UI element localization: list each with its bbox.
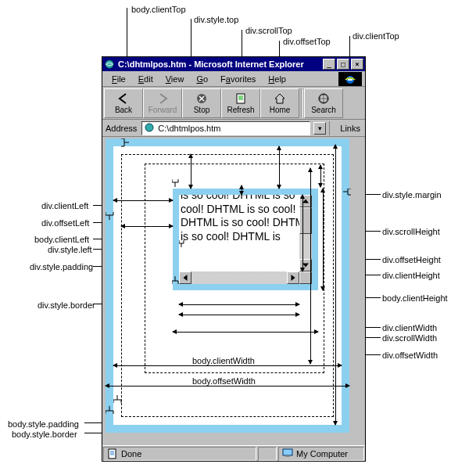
- dim-div-clientHeight: [302, 195, 303, 271]
- label-body-clientWidth: body.clientWidth: [192, 356, 255, 365]
- dim-body-clientHeight: [335, 145, 336, 425]
- statusbar: Done My Computer: [102, 445, 365, 461]
- label-div-clientTop: div.clientTop: [353, 31, 399, 41]
- label-body-offsetWidth: body.offsetWidth: [192, 376, 256, 386]
- dim-div-scrollHeight: [310, 168, 311, 364]
- bracket-div-clientLeft: [172, 179, 181, 189]
- label-div-offsetWidth: div.offsetWidth: [382, 351, 438, 360]
- svg-rect-9: [283, 449, 292, 455]
- toolbar-label: Search: [311, 106, 336, 114]
- dim-div-offsetLeft: [113, 200, 173, 201]
- toolbar-separator: [301, 89, 302, 117]
- address-input[interactable]: C:\dhtmlpos.htm: [141, 121, 310, 135]
- menu-edit[interactable]: Edit: [132, 73, 159, 85]
- maximize-button[interactable]: □: [337, 59, 349, 70]
- links-label[interactable]: Links: [337, 124, 363, 133]
- ie-page-icon: [104, 59, 115, 70]
- label-body-style-border: body.style.border: [12, 430, 77, 439]
- chevron-up-icon: [302, 200, 309, 203]
- refresh-icon: [234, 92, 247, 106]
- label-div-style-left: div.style.left: [48, 245, 92, 254]
- menu-file[interactable]: File: [106, 73, 132, 85]
- dim-div-offsetTop: [279, 146, 280, 189]
- toolbar: Back Forward Stop Refresh Home Search: [102, 87, 365, 120]
- label-div-style-padding: div.style.padding: [30, 262, 93, 271]
- chevron-left-icon: [184, 275, 188, 281]
- address-dropdown-button[interactable]: ▾: [313, 122, 326, 135]
- svg-rect-10: [285, 455, 290, 457]
- stop-button[interactable]: Stop: [182, 88, 221, 118]
- address-label: Address: [104, 124, 138, 133]
- back-arrow-icon: [117, 92, 130, 106]
- document-icon: [107, 448, 118, 459]
- label-div-style-border: div.style.border: [38, 300, 95, 310]
- status-pane-done: Done: [103, 447, 256, 461]
- menu-go[interactable]: Go: [190, 73, 214, 85]
- label-div-clientWidth: div.clientWidth: [382, 323, 437, 333]
- toolbar-label: Refresh: [227, 106, 254, 114]
- bracket-div-style-border: [172, 276, 181, 286]
- chevron-down-icon: [302, 264, 309, 268]
- stop-icon: [195, 92, 208, 106]
- div-border-box: is so cool! DHTML is so cool! DHTML is s…: [173, 189, 318, 290]
- svg-rect-8: [109, 449, 116, 458]
- address-bar: Address C:\dhtmlpos.htm ▾ Links: [102, 120, 365, 137]
- bracket-div-style-padding: [179, 240, 187, 248]
- dim-div-offsetHeight: [323, 189, 324, 290]
- forward-button[interactable]: Forward: [143, 88, 182, 118]
- menu-favorites[interactable]: Favorites: [214, 73, 262, 85]
- bracket-body-style-border: [106, 406, 116, 415]
- titlebar: C:\dhtmlpos.htm - Microsoft Internet Exp…: [102, 57, 365, 71]
- toolbar-label: Back: [115, 106, 132, 114]
- bracket-body-clientTop: [121, 138, 131, 149]
- dim-body-clientWidth: [113, 365, 342, 366]
- label-div-clientLeft: div.clientLeft: [41, 201, 88, 210]
- label-div-style-margin: div.style.margin: [382, 190, 442, 200]
- status-text: Done: [121, 449, 141, 458]
- chevron-right-icon: [292, 275, 295, 281]
- bracket-body-clientLeft: [106, 212, 116, 221]
- address-value: C:\dhtmlpos.htm: [158, 124, 220, 133]
- toolbar-label: Stop: [194, 106, 210, 114]
- label-div-offsetTop: div.offsetTop: [283, 37, 331, 46]
- close-button[interactable]: ×: [351, 59, 363, 70]
- status-pane-blank: [258, 447, 277, 461]
- separator: [329, 121, 334, 135]
- search-button[interactable]: Search: [304, 88, 343, 118]
- back-button[interactable]: Back: [104, 88, 143, 118]
- label-div-style-top: div.style.top: [194, 15, 238, 24]
- label-body-clientLeft: body.clientLeft: [34, 235, 89, 244]
- toolbar-label: Forward: [149, 106, 177, 114]
- minimize-button[interactable]: _: [323, 59, 335, 70]
- scroll-right-button[interactable]: [287, 271, 299, 284]
- window-title: C:\dhtmlpos.htm - Microsoft Internet Exp…: [118, 59, 321, 69]
- zone-text: My Computer: [296, 449, 348, 458]
- refresh-button[interactable]: Refresh: [221, 88, 260, 118]
- dim-div-offsetWidth: [173, 332, 318, 333]
- label-div-scrollTop: div.scrollTop: [245, 26, 292, 35]
- bracket-body-style-padding: [113, 395, 124, 404]
- horizontal-scrollbar[interactable]: [179, 271, 299, 284]
- label-body-clientTop: body.clientTop: [131, 5, 186, 14]
- dim-div-style-top: [191, 154, 191, 189]
- forward-arrow-icon: [156, 92, 169, 106]
- dim-div-scrollWidth: [179, 315, 299, 315]
- toolbar-label: Home: [270, 106, 291, 114]
- ie-logo: [338, 72, 362, 86]
- label-div-clientHeight: div.clientHeight: [382, 271, 440, 280]
- menu-view[interactable]: View: [159, 73, 191, 85]
- dim-div-style-left: [121, 226, 173, 227]
- search-icon: [317, 92, 330, 106]
- content-area: is so cool! DHTML is so cool! DHTML is s…: [102, 137, 365, 444]
- label-div-scrollHeight: div.scrollHeight: [382, 227, 440, 236]
- dim-body-offsetWidth: [106, 386, 349, 387]
- status-pane-zone: My Computer: [278, 447, 364, 461]
- dim-div-scrollTop: [242, 185, 242, 195]
- svg-point-7: [145, 124, 153, 131]
- menu-help[interactable]: Help: [262, 73, 292, 85]
- dim-div-style-margin: [320, 165, 321, 187]
- home-button[interactable]: Home: [260, 88, 299, 118]
- label-body-clientHeight: body.clientHeight: [382, 293, 448, 303]
- label-body-style-padding: body.style.padding: [8, 419, 79, 429]
- page-icon: [144, 122, 155, 135]
